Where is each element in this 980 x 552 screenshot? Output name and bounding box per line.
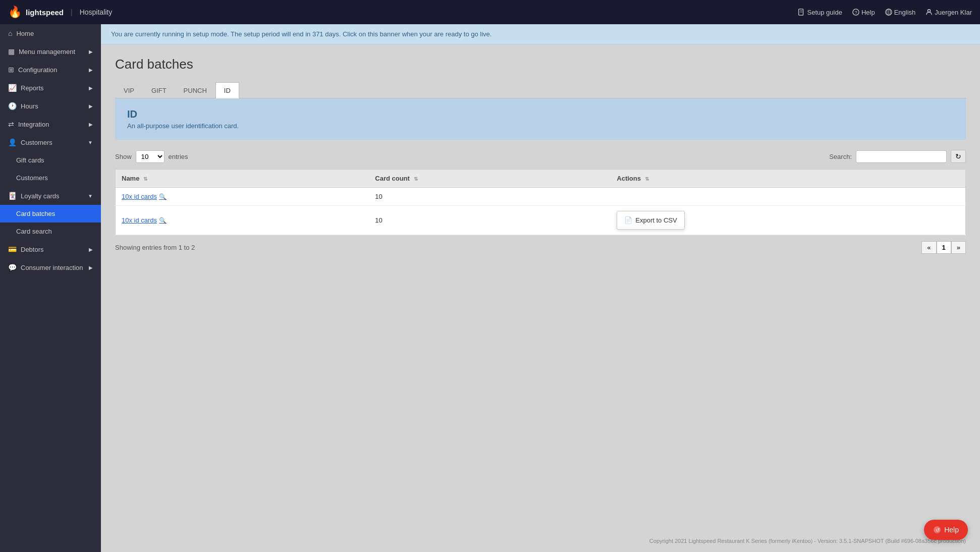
id-section: ID An all-purpose user identification ca… <box>115 98 966 140</box>
tab-vip[interactable]: VIP <box>115 82 143 98</box>
col-header-card-count[interactable]: Card count ⇅ <box>369 170 611 188</box>
topbar-right: Setup guide ? Help English Juergen Klar <box>798 9 972 16</box>
search-label: Search: <box>829 153 852 160</box>
help-link[interactable]: ? Help <box>852 9 875 16</box>
reports-expandable: Reports ▶ <box>21 84 93 92</box>
row1-name-link[interactable]: 10x id cards 🔍 <box>122 193 363 200</box>
cell-name-1: 10x id cards 🔍 <box>116 188 369 206</box>
debtors-icon: 💳 <box>8 245 17 253</box>
sort-icon-card-count: ⇅ <box>414 176 418 182</box>
sidebar-item-customers-parent[interactable]: 👤 Customers ▼ <box>0 133 101 151</box>
consumer-expandable: Consumer interaction ▶ <box>21 264 93 271</box>
table-controls-left: Show 10 25 50 100 entries <box>115 150 188 163</box>
language-selector[interactable]: English <box>885 9 916 16</box>
chevron-right-icon-5: ▶ <box>89 122 93 127</box>
table-controls: Show 10 25 50 100 entries Search: ↻ <box>115 150 966 163</box>
cell-name-2: 10x id cards 🔍 <box>116 206 369 235</box>
refresh-button[interactable]: ↻ <box>951 150 966 163</box>
footer: Copyright 2021 Lightspeed Restaurant K S… <box>101 530 980 552</box>
help-fab-label: Help <box>944 526 959 534</box>
logo-area: 🔥 lightspeed | Hospitality <box>8 6 112 19</box>
row2-name-link[interactable]: 10x id cards 🔍 <box>122 216 363 224</box>
config-icon: ⊞ <box>8 66 14 74</box>
sidebar-label-menu-management: Menu management <box>19 48 75 56</box>
user-menu[interactable]: Juergen Klar <box>925 9 972 16</box>
page-buttons: « 1 » <box>921 241 966 254</box>
customers-expandable: Customers ▼ <box>21 139 93 146</box>
export-csv-button[interactable]: 📄 Export to CSV <box>617 213 684 227</box>
sidebar-item-debtors[interactable]: 💳 Debtors ▶ <box>0 240 101 258</box>
cell-card-count-2: 10 <box>369 206 611 235</box>
id-section-description: An all-purpose user identification card. <box>127 122 954 130</box>
hours-expandable: Hours ▶ <box>21 102 93 110</box>
sidebar-label-consumer-interaction: Consumer interaction <box>21 264 83 271</box>
chevron-right-icon-7: ▶ <box>89 265 93 270</box>
content-area: Card batches VIP GIFT PUNCH ID ID An all… <box>101 44 980 530</box>
col-header-name[interactable]: Name ⇅ <box>116 170 369 188</box>
tabs-container: VIP GIFT PUNCH ID <box>115 82 966 98</box>
setup-guide-link[interactable]: Setup guide <box>798 9 842 16</box>
svg-text:↺: ↺ <box>936 527 940 533</box>
next-page-button[interactable]: » <box>951 241 966 254</box>
sidebar-item-integration[interactable]: ⇄ Integration ▶ <box>0 115 101 133</box>
csv-icon: 📄 <box>624 216 632 224</box>
tab-id[interactable]: ID <box>215 82 239 98</box>
sidebar-label-customers-parent: Customers <box>21 139 52 146</box>
data-table: Name ⇅ Card count ⇅ Actions ⇅ <box>115 169 966 235</box>
logo-flame-icon: 🔥 <box>8 6 22 19</box>
language-icon <box>885 9 892 16</box>
help-fab-button[interactable]: ↺ Help <box>924 520 968 540</box>
sidebar-label-integration: Integration <box>18 121 49 128</box>
tab-punch[interactable]: PUNCH <box>175 82 215 98</box>
sidebar-item-card-search[interactable]: Card search <box>0 223 101 240</box>
sidebar-item-menu-management[interactable]: ▦ Menu management ▶ <box>0 42 101 61</box>
search-input[interactable] <box>856 150 947 163</box>
chevron-right-icon-6: ▶ <box>89 247 93 252</box>
sidebar: ⌂ Home ▦ Menu management ▶ ⊞ Configurati… <box>0 24 101 552</box>
logo-sub: Hospitality <box>80 8 113 16</box>
chevron-down-icon-2: ▼ <box>88 193 93 199</box>
sidebar-item-customers-sub[interactable]: Customers <box>0 169 101 187</box>
chevron-right-icon-4: ▶ <box>89 103 93 109</box>
table-row: 10x id cards 🔍 10 📄 Export to CSV <box>116 206 966 235</box>
sidebar-item-gift-cards[interactable]: Gift cards <box>0 151 101 169</box>
consumer-icon: 💬 <box>8 263 17 271</box>
sidebar-label-gift-cards: Gift cards <box>16 156 44 164</box>
sidebar-item-hours[interactable]: 🕐 Hours ▶ <box>0 97 101 115</box>
sidebar-item-card-batches[interactable]: Card batches <box>0 205 101 223</box>
sidebar-label-customers-sub: Customers <box>16 174 48 182</box>
table-row: 10x id cards 🔍 10 <box>116 188 966 206</box>
sidebar-item-configuration[interactable]: ⊞ Configuration ▶ <box>0 61 101 79</box>
export-csv-label: Export to CSV <box>635 216 677 224</box>
sidebar-label-debtors: Debtors <box>21 246 44 253</box>
page-title: Card batches <box>115 57 966 72</box>
entries-select[interactable]: 10 25 50 100 <box>136 150 165 163</box>
showing-text: Showing entries from 1 to 2 <box>115 244 195 251</box>
sidebar-label-card-search: Card search <box>16 228 52 235</box>
reports-icon: 📈 <box>8 84 17 92</box>
cell-actions-2: 📄 Export to CSV <box>611 206 965 235</box>
sidebar-label-card-batches: Card batches <box>16 210 55 217</box>
export-dropdown: 📄 Export to CSV <box>617 211 684 230</box>
chevron-down-icon: ▼ <box>88 140 93 145</box>
cell-card-count-1: 10 <box>369 188 611 206</box>
customers-icon: 👤 <box>8 138 17 146</box>
prev-page-button[interactable]: « <box>921 241 936 254</box>
row2-search-icon: 🔍 <box>159 217 167 224</box>
integration-expandable: Integration ▶ <box>18 121 93 128</box>
sidebar-item-reports[interactable]: 📈 Reports ▶ <box>0 79 101 97</box>
cell-actions-1 <box>611 188 965 206</box>
page-1-button[interactable]: 1 <box>937 241 951 254</box>
logo-divider: | <box>71 8 73 16</box>
table-controls-right: Search: ↻ <box>829 150 966 163</box>
show-label: Show <box>115 153 132 160</box>
book-icon <box>798 9 805 16</box>
sidebar-item-loyalty-cards[interactable]: 🃏 Loyalty cards ▼ <box>0 187 101 205</box>
integration-icon: ⇄ <box>8 120 14 128</box>
main-content: You are currently running in setup mode.… <box>101 24 980 552</box>
setup-banner[interactable]: You are currently running in setup mode.… <box>101 24 980 44</box>
sidebar-item-home[interactable]: ⌂ Home <box>0 24 101 42</box>
tab-gift[interactable]: GIFT <box>143 82 175 98</box>
col-header-actions[interactable]: Actions ⇅ <box>611 170 965 188</box>
sidebar-item-consumer-interaction[interactable]: 💬 Consumer interaction ▶ <box>0 258 101 277</box>
